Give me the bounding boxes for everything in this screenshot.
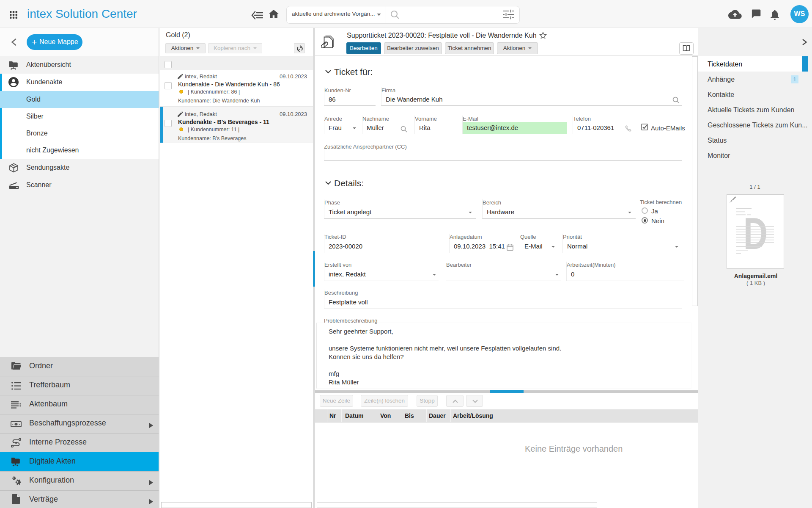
svg-text:D: D <box>743 208 768 258</box>
